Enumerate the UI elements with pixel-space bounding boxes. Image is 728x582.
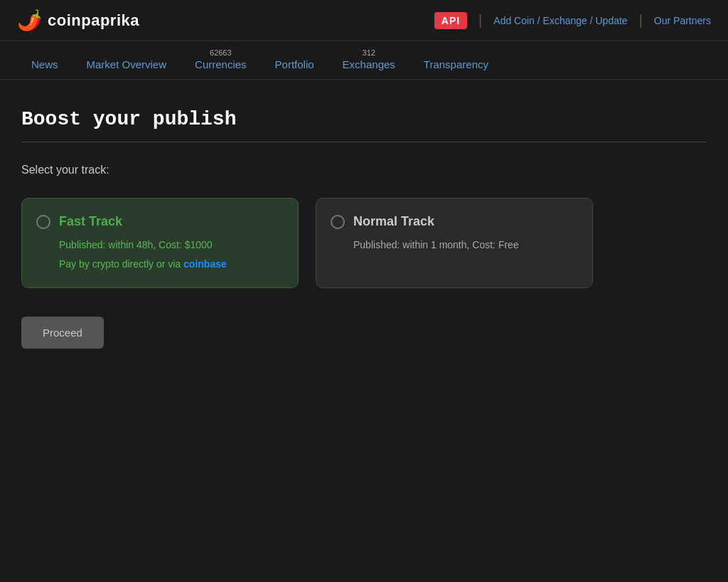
fast-track-description-line1: Published: within 48h, Cost: $1000	[59, 238, 284, 253]
nav-item-news[interactable]: News	[17, 50, 73, 79]
nav-label-exchanges: Exchanges	[343, 58, 395, 70]
select-track-label: Select your track:	[21, 164, 707, 176]
api-badge[interactable]: API	[434, 12, 467, 29]
normal-track-name: Normal Track	[353, 214, 434, 229]
nav-bar: News Market Overview 62663 Currencies Po…	[0, 41, 728, 80]
fast-track-description-line2: Pay by crypto directly or via coinbase	[59, 257, 284, 272]
page-title: Boost your publish	[21, 108, 707, 130]
fast-track-pay-text: Pay by crypto directly or via	[59, 258, 183, 270]
nav-label-market: Market Overview	[87, 58, 167, 70]
main-content: Boost your publish Select your track: Fa…	[0, 80, 728, 377]
fast-track-header: Fast Track	[36, 214, 284, 229]
normal-track-card[interactable]: Normal Track Published: within 1 month, …	[316, 198, 593, 288]
nav-label-transparency: Transparency	[424, 58, 488, 70]
fast-track-name: Fast Track	[59, 214, 122, 229]
fast-track-card[interactable]: Fast Track Published: within 48h, Cost: …	[21, 198, 299, 288]
nav-label-currencies: Currencies	[195, 58, 247, 70]
nav-item-transparency[interactable]: Transparency	[410, 50, 503, 79]
proceed-button[interactable]: Proceed	[21, 317, 104, 349]
logo-area: 🌶️ coinpaprika	[17, 9, 139, 32]
nav-item-exchanges[interactable]: 312 Exchanges	[328, 41, 410, 79]
add-coin-link[interactable]: Add Coin / Exchange / Update	[493, 15, 627, 26]
normal-track-description: Published: within 1 month, Cost: Free	[353, 238, 578, 253]
nav-item-portfolio[interactable]: Portfolio	[261, 50, 328, 79]
header-divider-2: |	[639, 12, 643, 28]
tracks-container: Fast Track Published: within 48h, Cost: …	[21, 198, 707, 288]
nav-badge-currencies: 62663	[210, 48, 232, 57]
title-divider	[21, 142, 707, 142]
normal-track-header: Normal Track	[331, 214, 578, 229]
header-right: API | Add Coin / Exchange / Update | Our…	[434, 12, 711, 29]
nav-item-currencies[interactable]: 62663 Currencies	[181, 41, 261, 79]
nav-label-portfolio: Portfolio	[275, 58, 314, 70]
header-divider: |	[478, 12, 482, 28]
normal-track-radio[interactable]	[331, 215, 345, 229]
nav-label-news: News	[31, 58, 58, 70]
header: 🌶️ coinpaprika API | Add Coin / Exchange…	[0, 0, 728, 41]
chili-icon: 🌶️	[17, 9, 42, 32]
coinbase-text: coinbase	[183, 258, 227, 270]
nav-item-market-overview[interactable]: Market Overview	[73, 50, 181, 79]
logo-text: coinpaprika	[48, 11, 139, 30]
fast-track-radio[interactable]	[36, 215, 50, 229]
partners-link[interactable]: Our Partners	[654, 15, 711, 26]
nav-badge-exchanges: 312	[363, 48, 375, 57]
